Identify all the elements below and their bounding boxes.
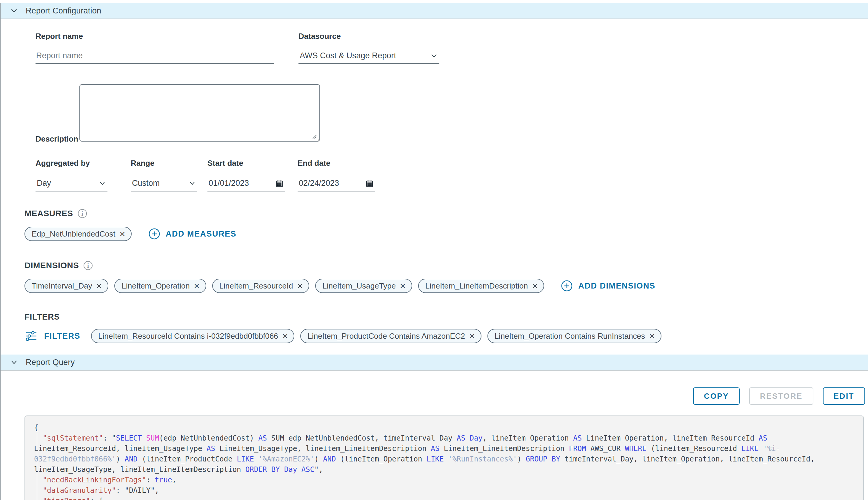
filter-chip[interactable]: LineItem_Operation Contains RunInstances… [488, 329, 661, 343]
chevron-down-icon [189, 180, 196, 187]
remove-chip-icon[interactable]: × [469, 331, 475, 341]
start-date-label: Start date [208, 159, 285, 168]
panel-title: Report Query [26, 358, 75, 367]
remove-chip-icon[interactable]: × [194, 281, 200, 291]
add-measures-button[interactable]: ADD MEASURES [148, 228, 236, 240]
chevron-down-icon[interactable] [10, 7, 18, 15]
chip-label: LineItem_Operation Contains RunInstances [495, 331, 645, 341]
remove-chip-icon[interactable]: × [297, 281, 303, 291]
copy-button[interactable]: COPY [693, 387, 740, 405]
plus-circle-icon [148, 228, 160, 240]
report-configuration-panel: Report Configuration Report name Datasou… [0, 3, 868, 500]
filters-button[interactable]: FILTERS [24, 329, 80, 343]
filter-chip[interactable]: LineItem_ResourceId Contains i-032f9edbd… [91, 329, 294, 343]
start-date-input[interactable]: 01/01/2023 [208, 177, 285, 192]
measures-chip-list: Edp_NetUnblendedCost × [24, 227, 132, 241]
chip-label: LineItem_ResourceId Contains i-032f9edbd… [98, 331, 278, 341]
info-icon[interactable]: i [84, 261, 93, 270]
report-builder-page: Report Configuration Report name Datasou… [0, 0, 868, 500]
aggregated-by-label: Aggregated by [36, 159, 107, 168]
panel-title: Report Configuration [26, 6, 101, 15]
dimension-chip[interactable]: LineItem_UsageType × [315, 279, 412, 293]
dimensions-title: DIMENSIONS [24, 261, 79, 270]
report-query-header[interactable]: Report Query [1, 354, 868, 371]
chevron-down-icon [99, 180, 106, 187]
aggregated-by-value: Day [37, 179, 51, 188]
filters-button-label: FILTERS [44, 331, 80, 341]
info-icon[interactable]: i [78, 209, 87, 218]
datasource-value: AWS Cost & Usage Report [300, 51, 396, 60]
measures-title: MEASURES [24, 209, 73, 218]
calendar-icon[interactable] [366, 179, 373, 188]
remove-chip-icon[interactable]: × [532, 281, 538, 291]
filters-title: FILTERS [24, 312, 60, 322]
chip-label: TimeInterval_Day [32, 281, 92, 291]
chip-label: LineItem_ResourceId [219, 281, 293, 291]
aggregated-by-select[interactable]: Day [36, 177, 107, 192]
chevron-down-icon[interactable] [10, 359, 18, 366]
dimension-chip[interactable]: LineItem_ResourceId × [212, 279, 309, 293]
datasource-select[interactable]: AWS Cost & Usage Report [298, 49, 439, 64]
remove-chip-icon[interactable]: × [649, 331, 655, 341]
filter-chip[interactable]: LineItem_ProductCode Contains AmazonEC2 … [300, 329, 481, 343]
top-spacer [0, 0, 868, 3]
remove-chip-icon[interactable]: × [400, 281, 406, 291]
range-value: Custom [132, 179, 160, 188]
description-textarea[interactable] [79, 84, 320, 141]
remove-chip-icon[interactable]: × [119, 229, 125, 239]
chip-label: LineItem_Operation [121, 281, 189, 291]
query-json: { "sqlStatement": "SELECT SUM(edp_NetUnb… [34, 423, 854, 500]
add-dimensions-button[interactable]: ADD DIMENSIONS [561, 280, 655, 292]
report-configuration-header[interactable]: Report Configuration [1, 3, 868, 19]
edit-button[interactable]: EDIT [823, 387, 865, 405]
measure-chip[interactable]: Edp_NetUnblendedCost × [24, 227, 132, 241]
filters-chip-list: LineItem_ResourceId Contains i-032f9edbd… [91, 329, 661, 343]
chip-label: LineItem_LineItemDescription [425, 281, 528, 291]
plus-circle-icon [561, 280, 573, 292]
range-select[interactable]: Custom [131, 177, 197, 192]
chip-label: LineItem_ProductCode Contains AmazonEC2 [307, 331, 465, 341]
dimensions-chip-list: TimeInterval_Day × LineItem_Operation × … [24, 279, 544, 293]
chip-label: Edp_NetUnblendedCost [32, 229, 115, 239]
chip-label: LineItem_UsageType [322, 281, 396, 291]
end-date-label: End date [297, 159, 375, 168]
dimension-chip[interactable]: LineItem_LineItemDescription × [418, 279, 544, 293]
end-date-value: 02/24/2023 [299, 179, 339, 188]
end-date-input[interactable]: 02/24/2023 [297, 177, 375, 192]
filter-sliders-icon [24, 329, 38, 343]
add-measures-label: ADD MEASURES [166, 229, 236, 239]
restore-button[interactable]: RESTORE [749, 387, 813, 405]
description-label: Description [36, 134, 78, 143]
report-name-input[interactable] [36, 49, 274, 64]
range-label: Range [131, 159, 197, 168]
report-query-code-block[interactable]: { "sqlStatement": "SELECT SUM(edp_NetUnb… [24, 416, 864, 500]
add-dimensions-label: ADD DIMENSIONS [578, 281, 655, 291]
start-date-value: 01/01/2023 [209, 179, 249, 188]
remove-chip-icon[interactable]: × [282, 331, 288, 341]
calendar-icon[interactable] [275, 179, 283, 188]
chevron-down-icon [431, 52, 437, 59]
datasource-label: Datasource [298, 32, 439, 41]
dimension-chip[interactable]: TimeInterval_Day × [24, 279, 108, 293]
dimension-chip[interactable]: LineItem_Operation × [114, 279, 206, 293]
remove-chip-icon[interactable]: × [96, 281, 102, 291]
report-name-label: Report name [36, 32, 274, 41]
